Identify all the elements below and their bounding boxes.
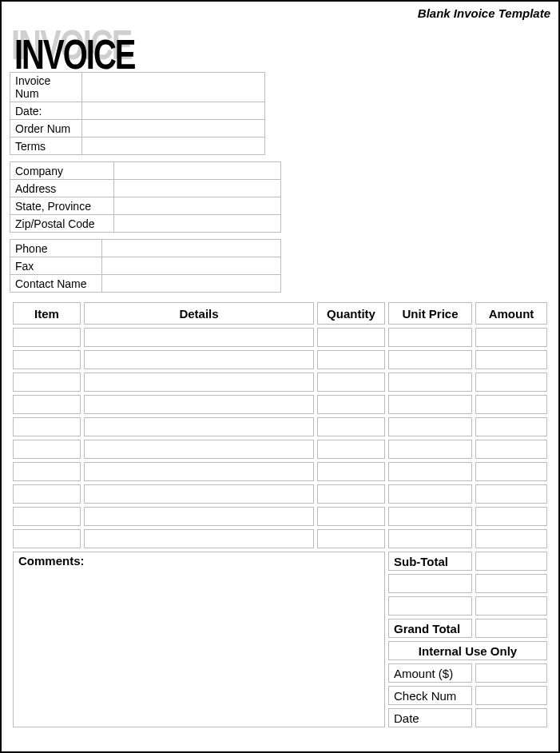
item-cell-amount[interactable] <box>475 350 547 369</box>
item-cell-details[interactable] <box>84 328 314 347</box>
item-cell-qty[interactable] <box>317 462 385 481</box>
header-item: Item <box>13 302 81 325</box>
internal-date-value[interactable] <box>475 708 547 727</box>
comments-box[interactable]: Comments: <box>13 552 385 727</box>
item-cell-amount[interactable] <box>475 328 547 347</box>
item-cell-details[interactable] <box>84 440 314 459</box>
item-cell-price[interactable] <box>388 417 472 436</box>
item-cell-amount[interactable] <box>475 373 547 392</box>
item-cell-item[interactable] <box>13 328 81 347</box>
sub-total-value[interactable] <box>475 552 547 571</box>
state-label: State, Province <box>10 197 114 215</box>
item-cell-details[interactable] <box>84 395 314 414</box>
fax-value[interactable] <box>102 257 281 275</box>
item-cell-amount[interactable] <box>475 507 547 526</box>
item-cell-qty[interactable] <box>317 328 385 347</box>
item-cell-item[interactable] <box>13 350 81 369</box>
table-row <box>13 417 547 436</box>
table-row <box>13 373 547 392</box>
extra-row-1-label[interactable] <box>388 574 472 593</box>
item-cell-qty[interactable] <box>317 373 385 392</box>
comments-label: Comments: <box>18 554 85 568</box>
company-info-block: Company Address State, Province Zip/Post… <box>10 161 281 233</box>
item-cell-price[interactable] <box>388 507 472 526</box>
order-num-row: Order Num <box>10 120 265 137</box>
item-cell-details[interactable] <box>84 529 314 548</box>
item-cell-item[interactable] <box>13 529 81 548</box>
item-cell-qty[interactable] <box>317 529 385 548</box>
date-label: Date: <box>10 102 82 120</box>
item-cell-amount[interactable] <box>475 529 547 548</box>
item-cell-qty[interactable] <box>317 350 385 369</box>
internal-amount-value[interactable] <box>475 663 547 683</box>
item-cell-price[interactable] <box>388 350 472 369</box>
logo-text: INVOICE <box>14 31 134 78</box>
zip-value[interactable] <box>114 215 281 233</box>
totals-section: Comments: Sub-Total Grand Total Internal… <box>13 552 547 727</box>
item-cell-qty[interactable] <box>317 417 385 436</box>
item-cell-item[interactable] <box>13 373 81 392</box>
item-cell-amount[interactable] <box>475 440 547 459</box>
internal-amount-label: Amount ($) <box>388 663 472 683</box>
date-value[interactable] <box>82 102 265 120</box>
table-row <box>13 462 547 481</box>
contact-label: Contact Name <box>10 275 102 293</box>
items-header-row: Item Details Quantity Unit Price Amount <box>13 302 547 325</box>
grand-total-value[interactable] <box>475 619 547 638</box>
item-cell-details[interactable] <box>84 507 314 526</box>
contact-value[interactable] <box>102 275 281 293</box>
item-cell-details[interactable] <box>84 484 314 504</box>
extra-row-1-value[interactable] <box>475 574 547 593</box>
item-cell-qty[interactable] <box>317 440 385 459</box>
order-num-value[interactable] <box>82 120 265 137</box>
table-row <box>13 328 547 347</box>
item-cell-item[interactable] <box>13 440 81 459</box>
item-cell-item[interactable] <box>13 395 81 414</box>
item-cell-item[interactable] <box>13 484 81 504</box>
extra-row-2-value[interactable] <box>475 596 547 616</box>
item-cell-qty[interactable] <box>317 395 385 414</box>
item-cell-details[interactable] <box>84 462 314 481</box>
item-cell-details[interactable] <box>84 350 314 369</box>
invoice-logo: INVOICE INVOICE <box>11 22 550 66</box>
extra-row-2-label[interactable] <box>388 596 472 616</box>
zip-label: Zip/Postal Code <box>10 215 114 233</box>
item-cell-price[interactable] <box>388 440 472 459</box>
item-cell-qty[interactable] <box>317 484 385 504</box>
address-value[interactable] <box>114 180 281 197</box>
line-items-table: Item Details Quantity Unit Price Amount … <box>10 299 550 731</box>
item-cell-amount[interactable] <box>475 484 547 504</box>
header-quantity: Quantity <box>317 302 385 325</box>
internal-check-value[interactable] <box>475 686 547 705</box>
item-cell-item[interactable] <box>13 417 81 436</box>
phone-value[interactable] <box>102 240 281 257</box>
item-cell-qty[interactable] <box>317 507 385 526</box>
header-details: Details <box>84 302 314 325</box>
item-cell-details[interactable] <box>84 417 314 436</box>
item-cell-item[interactable] <box>13 462 81 481</box>
terms-value[interactable] <box>82 137 265 155</box>
item-cell-price[interactable] <box>388 328 472 347</box>
table-row <box>13 507 547 526</box>
item-cell-amount[interactable] <box>475 395 547 414</box>
terms-label: Terms <box>10 137 82 155</box>
company-value[interactable] <box>114 162 281 180</box>
item-cell-price[interactable] <box>388 462 472 481</box>
header-unitprice: Unit Price <box>388 302 472 325</box>
item-cell-price[interactable] <box>388 529 472 548</box>
table-row <box>13 529 547 548</box>
address-label: Address <box>10 180 114 197</box>
invoice-info-block: Invoice Num Date: Order Num Terms <box>10 72 265 155</box>
item-cell-amount[interactable] <box>475 417 547 436</box>
item-cell-price[interactable] <box>388 373 472 392</box>
item-cell-details[interactable] <box>84 373 314 392</box>
state-value[interactable] <box>114 197 281 215</box>
header-amount: Amount <box>475 302 547 325</box>
item-cell-price[interactable] <box>388 484 472 504</box>
internal-date-label: Date <box>388 708 472 727</box>
item-cell-price[interactable] <box>388 395 472 414</box>
item-cell-item[interactable] <box>13 507 81 526</box>
fax-label: Fax <box>10 257 102 275</box>
phone-label: Phone <box>10 240 102 257</box>
item-cell-amount[interactable] <box>475 462 547 481</box>
